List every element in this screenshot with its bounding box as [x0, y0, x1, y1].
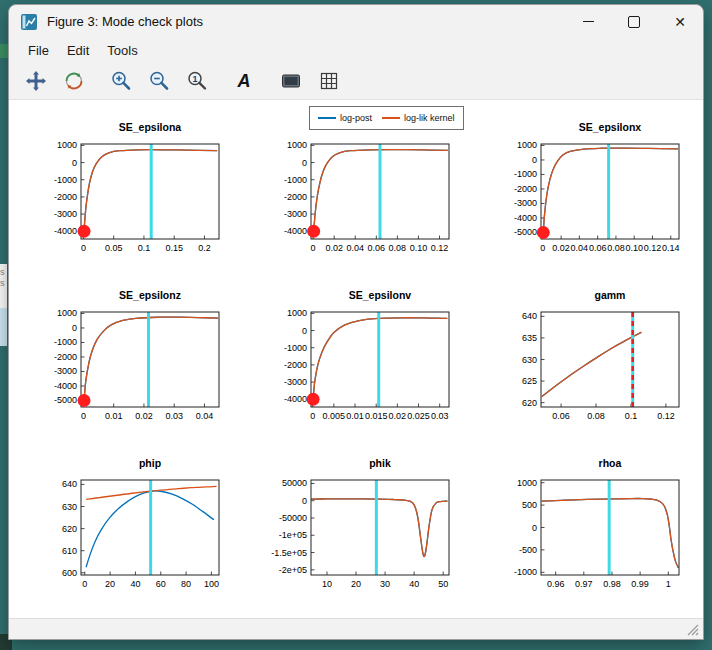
- autoscale-icon: 1: [186, 70, 208, 92]
- x-tick-label: 0.97: [575, 579, 593, 589]
- y-tick-label: 0: [72, 158, 77, 168]
- legend-label-log-post: log-post: [340, 113, 372, 123]
- zoom-out-tool-button[interactable]: [142, 66, 176, 96]
- subplot-gamm[interactable]: gamm6406356306256200.060.080.10.12: [471, 282, 701, 450]
- subplot-SE-epsilonx[interactable]: SE_epsilonx10000-1000-2000-3000-4000-500…: [471, 114, 701, 282]
- y-tick-label: 1000: [57, 308, 77, 318]
- toolbar-separator: [265, 81, 274, 82]
- window-title: Figure 3: Mode check plots: [47, 14, 203, 29]
- figure-canvas[interactable]: SE_epsilona10000-1000-2000-3000-400000.0…: [9, 100, 703, 618]
- subplot-title: SE_epsilonv: [349, 289, 412, 301]
- axes-tool-button[interactable]: [274, 66, 308, 96]
- x-tick-label: 60: [156, 579, 166, 589]
- x-tick-label: 100: [204, 579, 219, 589]
- x-tick-label: 0.01: [105, 411, 123, 421]
- mode-marker: [307, 225, 320, 238]
- legend-label-log-lik-kernel: log-lik kernel: [404, 113, 455, 123]
- toolbar: 1 A: [9, 63, 703, 100]
- title-bar[interactable]: Figure 3: Mode check plots ✕: [9, 5, 703, 38]
- x-tick-label: 0.10: [410, 243, 428, 253]
- menu-edit[interactable]: Edit: [58, 41, 98, 60]
- y-tick-label: -3000: [284, 209, 307, 219]
- y-tick-label: 625: [522, 376, 537, 386]
- x-tick-label: 0.12: [657, 411, 675, 421]
- x-tick-label: 0.08: [587, 411, 605, 421]
- svg-text:1: 1: [192, 74, 197, 84]
- y-tick-label: -1000: [514, 169, 537, 179]
- x-tick-label: 80: [181, 579, 191, 589]
- y-tick-label: -5000: [514, 227, 537, 237]
- legend[interactable]: log-post log-lik kernel: [309, 106, 464, 130]
- x-tick-label: 0.98: [603, 579, 621, 589]
- x-tick-label: 0.06: [589, 243, 607, 253]
- mode-marker: [307, 393, 320, 406]
- subplot-phip[interactable]: phip640630620610600020406080100: [11, 450, 241, 618]
- subplot-phik[interactable]: phik500000-50000-1e+05-1.5e+05-2e+051020…: [241, 450, 471, 618]
- menu-tools[interactable]: Tools: [98, 41, 146, 60]
- close-button[interactable]: ✕: [657, 5, 703, 38]
- autoscale-tool-button[interactable]: 1: [180, 66, 214, 96]
- y-tick-label: -2000: [54, 352, 77, 362]
- y-tick-label: -2000: [284, 360, 307, 370]
- insert-text-tool-button[interactable]: A: [227, 66, 261, 96]
- x-tick-label: 40: [409, 579, 419, 589]
- y-tick-label: 0: [302, 326, 307, 336]
- y-tick-label: -1000: [54, 175, 77, 185]
- pan-tool-button[interactable]: [19, 66, 53, 96]
- status-bar: [9, 618, 703, 639]
- y-tick-label: -2000: [284, 192, 307, 202]
- subplot-SE-epsilona[interactable]: SE_epsilona10000-1000-2000-3000-400000.0…: [11, 114, 241, 282]
- x-tick-label: 0.12: [431, 243, 449, 253]
- grid-icon: [318, 70, 340, 92]
- subplot-SE-epsilonv[interactable]: SE_epsilonv10000-1000-2000-3000-400000.0…: [241, 282, 471, 450]
- x-tick-label: 0.02: [389, 411, 407, 421]
- y-tick-label: 1000: [517, 140, 537, 150]
- x-tick-label: 0.10: [625, 243, 643, 253]
- x-tick-label: 0: [540, 243, 545, 253]
- toolbar-separator: [218, 81, 227, 82]
- x-tick-label: 0.03: [165, 411, 183, 421]
- close-icon: ✕: [674, 15, 686, 29]
- y-tick-label: 1000: [517, 478, 537, 488]
- x-tick-label: 0.015: [365, 411, 388, 421]
- zoom-in-tool-button[interactable]: [104, 66, 138, 96]
- x-tick-label: 0.96: [547, 579, 565, 589]
- x-tick-label: 0: [310, 411, 315, 421]
- x-tick-label: 0.01: [346, 411, 364, 421]
- mode-marker: [78, 225, 91, 238]
- window-controls: ✕: [565, 5, 703, 38]
- y-tick-label: -3000: [54, 366, 77, 376]
- desktop-background: ss Figure 3: Mode check plots ✕ File Edi…: [0, 0, 712, 650]
- y-tick-label: -5000: [54, 395, 77, 405]
- x-tick-label: 0.005: [323, 411, 346, 421]
- x-tick-label: 0.1: [625, 411, 638, 421]
- x-tick-label: 0.2: [198, 243, 211, 253]
- y-tick-label: -4000: [54, 226, 77, 236]
- y-tick-label: 0: [302, 496, 307, 506]
- maximize-button[interactable]: [611, 5, 657, 38]
- svg-text:A: A: [237, 71, 251, 91]
- y-tick-label: 0: [302, 158, 307, 168]
- grid-tool-button[interactable]: [312, 66, 346, 96]
- y-tick-label: -1000: [284, 175, 307, 185]
- x-tick-label: 0.06: [368, 243, 386, 253]
- x-tick-label: 0.1: [138, 243, 151, 253]
- background-window-fragment: [0, 308, 7, 346]
- y-tick-label: 1000: [287, 140, 307, 150]
- rotate-tool-button[interactable]: [57, 66, 91, 96]
- menu-bar: File Edit Tools: [9, 38, 703, 63]
- x-tick-label: 0.05: [105, 243, 123, 253]
- subplot-title: SE_epsilonz: [119, 289, 181, 301]
- subplot-rhoa[interactable]: rhoa10005000-500-10000.960.970.980.991: [471, 450, 701, 618]
- subplot-plot2[interactable]: 10000-1000-2000-3000-400000.020.040.060.…: [241, 114, 471, 282]
- insert-text-icon: A: [233, 70, 255, 92]
- y-tick-label: 640: [522, 311, 537, 321]
- minimize-button[interactable]: [565, 5, 611, 38]
- y-tick-label: -3000: [54, 209, 77, 219]
- resize-grip[interactable]: [686, 623, 699, 636]
- menu-file[interactable]: File: [19, 41, 58, 60]
- mode-marker: [78, 394, 91, 407]
- background-window-fragment: ss: [0, 264, 7, 308]
- x-tick-label: 0.02: [325, 243, 343, 253]
- subplot-SE-epsilonz[interactable]: SE_epsilonz10000-1000-2000-3000-4000-500…: [11, 282, 241, 450]
